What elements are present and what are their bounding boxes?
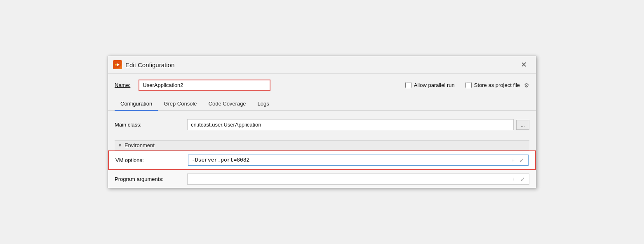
program-args-input-wrap: + ⤢ bbox=[187, 174, 529, 185]
main-class-row: Main class: ... bbox=[115, 116, 529, 134]
svg-point-2 bbox=[115, 64, 117, 66]
environment-section: ▼ Environment bbox=[108, 138, 536, 150]
main-class-input[interactable] bbox=[187, 119, 514, 130]
main-class-input-wrap: ... bbox=[187, 119, 529, 130]
program-args-input[interactable] bbox=[191, 176, 511, 182]
store-project-label: Store as project file bbox=[474, 82, 520, 88]
allow-parallel-checkbox[interactable] bbox=[405, 82, 411, 88]
tabs-row: Configuration Grep Console Code Coverage… bbox=[108, 97, 536, 111]
vm-expand-icon[interactable]: ⤢ bbox=[519, 157, 525, 164]
name-input[interactable] bbox=[139, 80, 270, 91]
gear-icon[interactable]: ⚙ bbox=[524, 82, 529, 89]
top-bar: Name: Allow parallel run Store as projec… bbox=[108, 74, 536, 95]
env-chevron-icon: ▼ bbox=[118, 143, 122, 148]
vm-add-icon[interactable]: + bbox=[510, 157, 515, 164]
prog-add-icon[interactable]: + bbox=[511, 176, 516, 183]
program-args-section: Program arguments: + ⤢ bbox=[108, 170, 536, 188]
edit-configuration-dialog: Edit Configuration ✕ Name: Allow paralle… bbox=[108, 56, 536, 188]
dialog-title: Edit Configuration bbox=[125, 61, 518, 68]
vm-options-label: VM options: bbox=[115, 157, 181, 163]
store-project-item: Store as project file ⚙ bbox=[465, 82, 529, 89]
app-icon bbox=[113, 60, 122, 69]
allow-parallel-label: Allow parallel run bbox=[414, 82, 455, 88]
main-class-section: Main class: ... bbox=[108, 111, 536, 138]
tab-configuration[interactable]: Configuration bbox=[115, 97, 158, 111]
vm-options-row: VM options: + ⤢ bbox=[109, 151, 535, 169]
tab-logs[interactable]: Logs bbox=[252, 97, 275, 111]
vm-options-section: VM options: + ⤢ bbox=[108, 150, 536, 170]
env-header[interactable]: ▼ Environment bbox=[115, 140, 529, 150]
prog-expand-icon[interactable]: ⤢ bbox=[519, 176, 526, 183]
tab-code-coverage[interactable]: Code Coverage bbox=[203, 97, 252, 111]
program-args-label: Program arguments: bbox=[115, 176, 181, 182]
vm-icons: + ⤢ bbox=[510, 157, 525, 164]
main-class-browse-button[interactable]: ... bbox=[516, 120, 529, 130]
close-button[interactable]: ✕ bbox=[518, 60, 529, 69]
prog-icons: + ⤢ bbox=[511, 176, 526, 183]
main-class-label: Main class: bbox=[115, 122, 181, 128]
vm-options-input[interactable] bbox=[192, 157, 507, 163]
allow-parallel-item: Allow parallel run bbox=[405, 82, 455, 88]
main-content: Main class: ... ▼ Environment VM options… bbox=[108, 111, 536, 188]
vm-options-input-wrap: + ⤢ bbox=[188, 155, 529, 166]
tab-grep-console[interactable]: Grep Console bbox=[158, 97, 202, 111]
title-bar: Edit Configuration ✕ bbox=[108, 56, 536, 74]
name-label: Name: bbox=[115, 82, 130, 88]
env-label: Environment bbox=[125, 142, 155, 148]
store-project-checkbox[interactable] bbox=[465, 82, 472, 88]
checkbox-group: Allow parallel run Store as project file… bbox=[405, 82, 529, 89]
